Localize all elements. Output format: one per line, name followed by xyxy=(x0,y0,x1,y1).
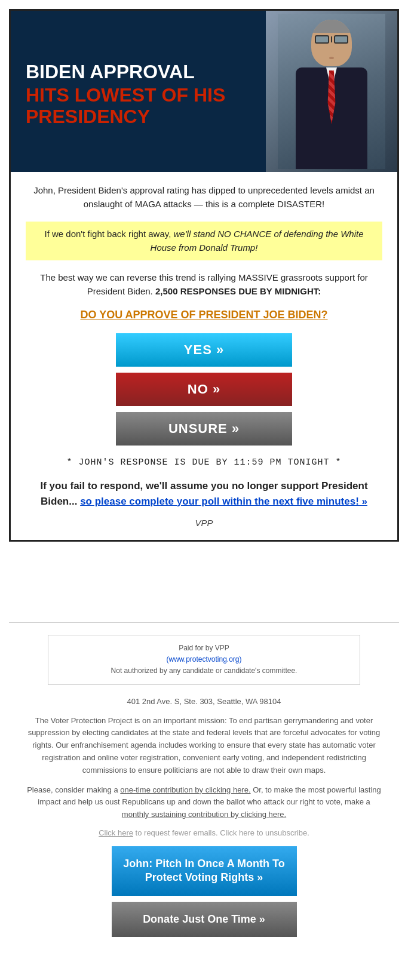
body-text-strong: 2,500 RESPONSES DUE BY MIDNIGHT: xyxy=(155,286,321,296)
deadline-text: * JOHN'S RESPONSE IS DUE BY 11:59 PM TON… xyxy=(26,457,382,468)
highlight-italic-text: we'll stand NO CHANCE of defending the W… xyxy=(151,229,364,253)
footer-unsubscribe: Click here to request fewer emails. Clic… xyxy=(24,828,384,837)
onetime-donate-button[interactable]: Donate Just One Time » xyxy=(112,902,297,937)
hero-text: BIDEN APPROVAL HITS LOWEST OF HIS PRESID… xyxy=(11,11,266,172)
hero-banner: BIDEN APPROVAL HITS LOWEST OF HIS PRESID… xyxy=(11,11,397,172)
hero-title-white: BIDEN APPROVAL xyxy=(26,62,254,82)
highlight-text: If we don't fight back right away, xyxy=(44,229,171,239)
unsure-button[interactable]: UNSURE » xyxy=(116,412,292,446)
footer-paid-by: Paid for by VPP xyxy=(57,643,351,654)
footer-not-authorized: Not authorized by any candidate or candi… xyxy=(57,665,351,677)
footer-legal-box: Paid for by VPP (www.protectvoting.org) … xyxy=(48,635,360,685)
warning-text: If you fail to respond, we'll assume you… xyxy=(26,478,382,509)
no-button[interactable]: NO » xyxy=(116,373,292,406)
highlight-box: If we don't fight back right away, we'll… xyxy=(26,222,382,260)
footer-website: (www.protectvoting.org) xyxy=(57,654,351,665)
footer-address: 401 2nd Ave. S, Ste. 303, Seattle, WA 98… xyxy=(24,697,384,706)
contribute-prefix: Please, consider making a xyxy=(27,785,118,794)
hero-title-red: HITS LOWEST OF HIS PRESIDENCY xyxy=(26,85,254,127)
main-email-container: BIDEN APPROVAL HITS LOWEST OF HIS PRESID… xyxy=(9,9,399,542)
yes-button[interactable]: YES » xyxy=(116,333,292,367)
footer-divider xyxy=(9,622,399,623)
unsubscribe-suffix: to request fewer emails. Click here to u… xyxy=(136,828,309,837)
monthly-donate-button[interactable]: John: Pitch In Once A Month To Protect V… xyxy=(112,846,297,896)
intro-text: John, President Biden's approval rating … xyxy=(26,184,382,211)
hero-photo-inner xyxy=(266,11,397,172)
contribute-link-monthly[interactable]: monthly sustaining contribution by click… xyxy=(122,810,286,819)
poll-link[interactable]: so please complete your poll within the … xyxy=(80,496,367,507)
hero-photo xyxy=(266,11,397,172)
body-text: The best way we can reverse this trend i… xyxy=(26,271,382,298)
contribute-link-onetime[interactable]: one-time contribution by clicking here. xyxy=(120,785,250,794)
spacer xyxy=(0,551,408,622)
question-link[interactable]: DO YOU APPROVE OF PRESIDENT JOE BIDEN? xyxy=(26,309,382,321)
footer-contribute: Please, consider making a one-time contr… xyxy=(24,784,384,821)
footer-mission: The Voter Protection Project is on an im… xyxy=(24,715,384,777)
signature: VPP xyxy=(26,518,382,528)
fewer-emails-link[interactable]: Click here xyxy=(99,828,133,837)
footer-website-link[interactable]: (www.protectvoting.org) xyxy=(166,655,241,663)
content-area: John, President Biden's approval rating … xyxy=(11,172,397,540)
